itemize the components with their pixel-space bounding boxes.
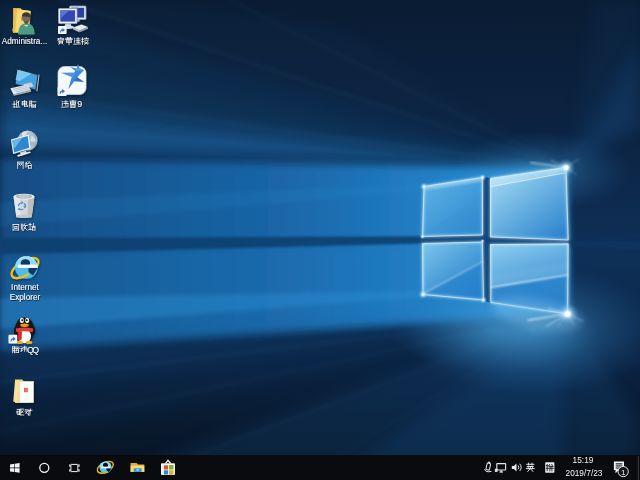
svg-text:15:19: 15:19 [573, 455, 594, 465]
svg-text:9: 9 [77, 99, 82, 109]
svg-text:Internet: Internet [11, 283, 39, 292]
svg-text:Q: Q [32, 345, 39, 355]
svg-text:Explorer: Explorer [10, 293, 41, 302]
svg-text:Administra...: Administra... [2, 37, 48, 46]
svg-text:1: 1 [621, 468, 626, 477]
svg-text:2019/7/23: 2019/7/23 [566, 468, 603, 478]
